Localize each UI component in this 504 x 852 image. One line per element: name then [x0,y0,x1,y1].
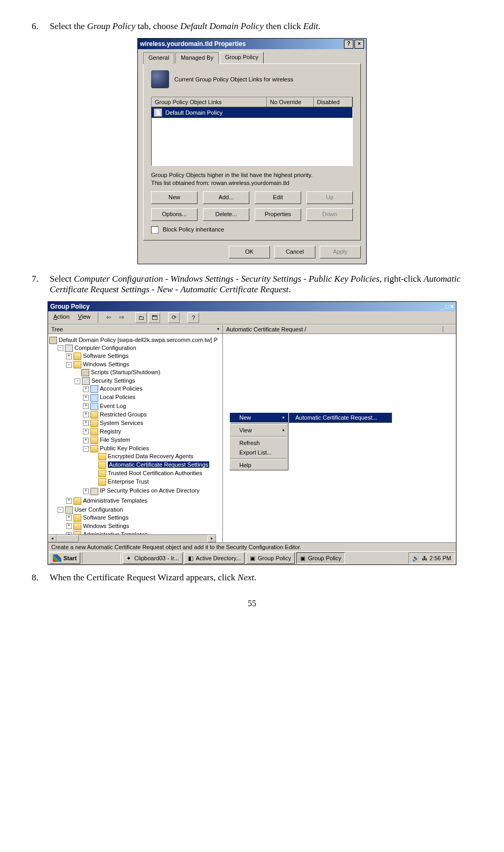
toolbar-back-icon[interactable]: ⇦ [102,312,114,323]
tree-computer-configuration[interactable]: -Computer Configuration +Software Settin… [58,344,221,506]
add-button[interactable]: Add... [203,191,249,204]
tree-file-system[interactable]: +File System [83,436,221,444]
app-icon: ◧ [188,555,194,561]
titlebar-close-button[interactable]: × [354,40,364,49]
submenu-auto-cert-request[interactable]: Automatic Certificate Request... [289,413,391,422]
tree-admin-templates[interactable]: +Administrative Templates [66,497,221,505]
tree-system-services[interactable]: +System Services [83,419,221,428]
toolbar-forward-icon[interactable]: ⇨ [116,312,127,323]
tree-scripts[interactable]: Scripts (Startup/Shutdown) [74,368,221,377]
down-button[interactable]: Down [306,208,353,221]
mmc-titlebar[interactable]: Group Policy _ □ × [48,302,456,311]
tree-scrollbar[interactable]: ◂▸ [48,534,216,542]
block-inheritance-label: Block Policy inheritance [163,226,224,233]
tree-windows-settings[interactable]: -Windows Settings Scripts (Startup/Shutd… [66,360,221,497]
quick-launch-icon[interactable] [108,553,118,563]
gpo-links-label: Current Group Policy Object Links for wi… [174,76,293,82]
tree-enterprise-trust[interactable]: Enterprise Trust [91,478,221,486]
ok-button[interactable]: OK [229,246,270,258]
gpo-links-icon [151,70,169,88]
gpo-row-default-domain-policy[interactable]: 📄 Default Domain Policy [152,107,352,118]
tree-registry[interactable]: +Registry [83,428,221,436]
context-help[interactable]: Help [230,460,288,470]
tray-clock: 2:56 PM [430,555,451,561]
tree-security-settings[interactable]: -Security Settings +Account Policies +Lo… [74,377,221,496]
tree-ipsec[interactable]: +IP Security Policies on Active Director… [83,487,221,495]
tree-public-key-policies[interactable]: -Public Key Policies Encrypted Data Reco… [83,444,221,487]
delete-button[interactable]: Delete... [203,208,249,221]
toolbar-help-icon[interactable]: ? [188,312,199,323]
quick-launch-icon[interactable] [96,553,107,563]
quick-launch-icon[interactable] [85,553,95,563]
tree-trca[interactable]: Trusted Root Certification Authorities [91,469,221,478]
toolbar-up-icon[interactable]: 🗀 [135,312,147,323]
tree-user-software-settings[interactable]: +Software Settings [66,514,221,522]
toolbar-refresh-icon[interactable]: ⟳ [168,312,180,323]
step-6-number: 6. [32,21,50,32]
windows-flag-icon [53,554,61,562]
context-refresh[interactable]: Refresh [230,438,288,448]
app-icon: ▣ [250,555,256,561]
col-no-override[interactable]: No Override [267,97,314,107]
system-tray[interactable]: 🔊 🖧 2:56 PM [408,552,455,564]
taskbar-item-gp1[interactable]: ▣ Group Policy [246,552,295,564]
block-inheritance-checkbox[interactable] [151,226,158,234]
edit-button[interactable]: Edit [255,191,301,204]
properties-button[interactable]: Properties [255,208,301,221]
taskbar: Start ✦ Clipboard03 - Ir... ◧ Active Dir… [48,551,456,564]
tree-software-settings[interactable]: +Software Settings [66,352,221,360]
taskbar-item-gp2[interactable]: ▣ Group Policy [296,552,345,564]
mmc-maximize-button[interactable]: □ [445,303,449,310]
context-menu: New▸ View▸ Refresh Export List... Help [229,412,288,470]
step-7-number: 7. [32,274,50,295]
cancel-button[interactable]: Cancel [274,246,315,258]
detail-header[interactable]: Automatic Certificate Request / [226,326,443,332]
tree-user-windows-settings[interactable]: +Windows Settings [66,522,221,531]
tree-root[interactable]: Default Domain Policy [swpa-dell2k.swpa.… [49,336,221,540]
tray-icon[interactable]: 🔊 [412,555,419,562]
context-new[interactable]: New▸ [230,413,288,422]
quick-launch [82,553,121,563]
step-8-number: 8. [32,572,50,583]
titlebar-help-button[interactable]: ? [344,40,353,49]
col-disabled[interactable]: Disabled [314,97,352,107]
context-export[interactable]: Export List... [230,448,288,457]
tree-restricted-groups[interactable]: +Restricted Groups [83,411,221,419]
step-8-text: When the Certificate Request Wizard appe… [50,572,472,583]
taskbar-item-ad[interactable]: ◧ Active Directory... [184,552,245,564]
tree-account-policies[interactable]: +Account Policies [83,385,221,393]
tree-acrs[interactable]: Automatic Certificate Request Settings [91,461,221,469]
toolbar-show-icon[interactable]: 🗔 [148,312,160,323]
mmc-title: Group Policy [50,303,90,310]
step-8: 8. When the Certificate Request Wizard a… [32,572,472,583]
new-button[interactable]: New [151,191,198,204]
mmc-minimize-button[interactable]: _ [441,303,444,310]
tab-managed-by[interactable]: Managed By [175,52,219,64]
gpo-list-header: Group Policy Object Links No Override Di… [151,97,353,107]
mmc-close-button[interactable]: × [450,303,454,310]
menu-view[interactable]: View [75,312,94,323]
tree-local-policies[interactable]: +Local Policies [83,393,221,402]
tab-general[interactable]: General [143,52,174,64]
dialog-title: wireless.yourdomain.tld Properties [140,40,246,48]
up-button[interactable]: Up [306,191,353,204]
taskbar-item-clipboard[interactable]: ✦ Clipboard03 - Ir... [123,552,182,564]
menu-action[interactable]: Action [50,312,73,323]
gpo-list[interactable]: 📄 Default Domain Policy [151,107,353,166]
tree-pane: Tree▾ Default Domain Policy [swpa-dell2k… [48,325,223,542]
start-button[interactable]: Start [49,552,80,564]
app-icon: ✦ [126,555,133,561]
dialog-titlebar[interactable]: wireless.yourdomain.tld Properties ? × [138,39,366,49]
col-links[interactable]: Group Policy Object Links [152,97,267,107]
tab-group-policy[interactable]: Group Policy [220,52,264,63]
tree-header[interactable]: Tree▾ [48,325,222,334]
properties-dialog: wireless.yourdomain.tld Properties ? × G… [137,38,367,264]
tree-edra[interactable]: Encrypted Data Recovery Agents [91,452,221,461]
context-view[interactable]: View▸ [230,425,288,435]
gpo-row-label: Default Domain Policy [165,109,222,116]
tree-event-log[interactable]: +Event Log [83,402,221,411]
apply-button[interactable]: Apply [320,246,361,258]
options-button[interactable]: Options... [151,208,198,221]
tray-icon[interactable]: 🖧 [422,555,427,561]
step-7: 7. Select Computer Configuration - Windo… [32,274,472,295]
